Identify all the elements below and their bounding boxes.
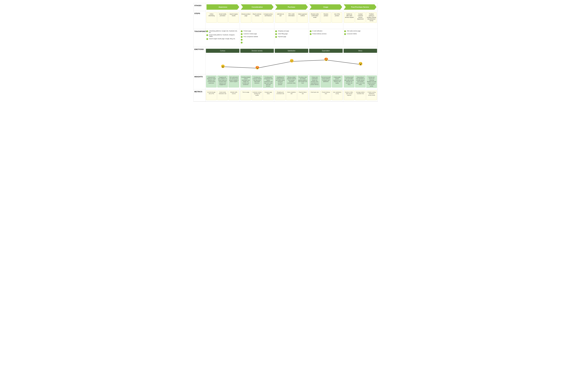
metric-card: Customer reviews quantity and quality bbox=[252, 90, 262, 100]
stages-content: Awareness Consideration Purchase Usage P… bbox=[205, 3, 378, 11]
touchpoint-text: Product page bbox=[243, 30, 251, 32]
stage-awareness: Awareness bbox=[206, 4, 239, 10]
touchpoint-text: Customer reviews page bbox=[243, 33, 257, 35]
stage-purchase: Purchase bbox=[275, 4, 308, 10]
touchpoint-dot bbox=[241, 30, 243, 32]
insight-card: Timely order confirmation emails can inc… bbox=[309, 75, 320, 87]
emoji-usage: 😍 bbox=[324, 57, 328, 61]
touchpoint-dot bbox=[206, 34, 208, 36]
insights-row: INSIGHTS Using ads that target your targ… bbox=[193, 74, 378, 89]
step-card: Submit an after-sales service request bbox=[344, 12, 354, 23]
insight-card: Solving user issues and collecting feedb… bbox=[366, 75, 377, 88]
insight-card: Responding to user questions in a timely… bbox=[355, 75, 366, 87]
step-card: Compare prices and features bbox=[263, 12, 273, 23]
touchpoint-text: Social media platforms: Facebook, Instag… bbox=[209, 34, 239, 37]
touchpoint-item: Social media platforms: Facebook, Instag… bbox=[206, 34, 239, 37]
emotions-chart: 😮 😍 😊 😍 😵 bbox=[205, 55, 378, 74]
metric-card: Shopping cart conversion rate bbox=[275, 90, 286, 100]
step-card: Social media promotion bbox=[218, 12, 228, 23]
metric-card: Ad click-through rate (CTR) bbox=[206, 90, 217, 100]
emoji-consideration: 😍 bbox=[255, 66, 259, 70]
touchpoint-text: Shopping cart page bbox=[278, 30, 289, 32]
emotions-right: Curious Decision anxiety Satisfaction Ex… bbox=[205, 47, 378, 74]
touchpoints-label: TOUCHPOINTS bbox=[193, 29, 205, 34]
insight-card: Providing detailed product information a… bbox=[240, 75, 251, 87]
step-card: Search engine results bbox=[229, 12, 239, 23]
stages-label: STAGES bbox=[193, 3, 205, 11]
touchpoint-item: Product delivery services bbox=[310, 33, 342, 35]
insight-card: Providing simple and accessible after-sa… bbox=[344, 75, 354, 87]
touchpoints-purchase: Shopping cart page Order filling page Pa… bbox=[274, 29, 309, 45]
emotions-section: EMOTIONS Curious Decision anxiety Satisf… bbox=[193, 47, 378, 74]
touchpoints-content: Advertising platforms: Google Ads, Faceb… bbox=[205, 29, 378, 45]
stage-usage-arrow: Usage bbox=[309, 4, 342, 10]
metrics-row: METRICS Ad click-through rate (CTR) Soci… bbox=[193, 89, 378, 101]
metric-card: Product delivery time bbox=[321, 90, 331, 100]
metric-card: Payment failure rate bbox=[297, 90, 308, 100]
emoji-postpurchase: 😵 bbox=[359, 62, 363, 66]
stage-consideration-arrow: Consideration bbox=[241, 4, 274, 10]
emoji-awareness: 😮 bbox=[221, 64, 225, 68]
step-card: Select payment method bbox=[297, 12, 308, 23]
metric-card: Number of after-sales service requests bbox=[344, 90, 354, 100]
metrics-content: Ad click-through rate (CTR) Social media… bbox=[205, 89, 378, 101]
step-card: Online advertising bbox=[206, 12, 217, 23]
steps-usage: Receive order confirmation email Receive… bbox=[309, 11, 343, 29]
touchpoint-item: E-mail notification bbox=[310, 30, 342, 32]
touchpoint-dot bbox=[241, 42, 243, 43]
stages-row: STAGES Awareness Consideration Purchase … bbox=[193, 3, 378, 11]
insight-card: A high-quality product experience can en… bbox=[332, 75, 342, 87]
insight-card: Fast and accurate product delivery incre… bbox=[321, 75, 331, 87]
emotions-banners: Curious Decision anxiety Satisfaction Ex… bbox=[205, 47, 378, 55]
insight-card: Offering multiple payment methods can in… bbox=[286, 75, 297, 87]
touchpoint-dot bbox=[241, 39, 243, 41]
insight-card: Using ads that target your target audien… bbox=[206, 75, 217, 87]
metrics-label: METRICS bbox=[193, 89, 205, 101]
touchpoint-item: Search engine results page: Google, Bing… bbox=[206, 38, 239, 40]
step-card: Receive order confirmation email bbox=[310, 12, 320, 23]
metrics-postpurchase: Number of after-sales service requests A… bbox=[343, 89, 378, 101]
stage-awareness-arrow: Awareness bbox=[206, 4, 239, 10]
touchpoint-text: After-sales service page bbox=[347, 30, 360, 32]
touchpoint-dot bbox=[310, 33, 311, 35]
touchpoint-item: Advertising platforms: Google Ads, Faceb… bbox=[206, 30, 239, 33]
step-card: Fill in order information bbox=[286, 12, 297, 23]
touchpoint-text: Order filling page bbox=[278, 33, 288, 35]
touchpoints-usage: E-mail notification Product delivery ser… bbox=[309, 29, 343, 45]
touchpoint-item: Consumer hotline bbox=[344, 33, 377, 35]
touchpoint-item: Payment page bbox=[275, 36, 308, 38]
insights-awareness: Using ads that target your target audien… bbox=[205, 74, 240, 89]
steps-content: Online advertising Social media promotio… bbox=[205, 11, 378, 29]
touchpoints-row: TOUCHPOINTS Advertising platforms: Googl… bbox=[193, 29, 378, 47]
metrics-usage: Email open rate Product delivery time Us… bbox=[309, 89, 343, 101]
touchpoint-item: Shopping cart page bbox=[275, 30, 308, 32]
touchpoint-item bbox=[241, 39, 273, 41]
metric-card: Compare page views bbox=[263, 90, 274, 100]
insights-consideration: Providing detailed product information a… bbox=[240, 74, 274, 89]
touchpoint-dot bbox=[275, 30, 277, 32]
touchpoints-consideration: Product page Customer reviews page Price… bbox=[240, 29, 274, 45]
metric-card: Email open rate bbox=[309, 90, 320, 100]
touchpoint-text: Payment page bbox=[278, 36, 286, 37]
step-card: Problem solving or problem solving dissa… bbox=[366, 12, 377, 23]
metric-card: Problem solving satisfaction survey resu… bbox=[366, 90, 377, 100]
insight-card: Simplifying the buying process can reduc… bbox=[275, 75, 286, 87]
metric-card: Order completion rate bbox=[286, 90, 297, 100]
metric-card: Website traffic sources bbox=[229, 90, 239, 100]
touchpoint-item: Customer reviews page bbox=[241, 33, 273, 35]
metric-card: Time on page bbox=[240, 90, 251, 100]
insight-card: Providing price comparisons and feature … bbox=[263, 75, 274, 88]
touchpoint-text: Consumer hotline bbox=[347, 33, 357, 35]
touchpoint-item: After-sales service page bbox=[344, 30, 377, 32]
emotion-decision-anxiety: Decision anxiety bbox=[240, 49, 274, 53]
emotions-label: EMOTIONS bbox=[193, 47, 205, 74]
touchpoint-item: Order filling page bbox=[275, 33, 308, 35]
insight-card: Providing a safe and reliable payment pl… bbox=[297, 75, 308, 87]
metrics-purchase: Shopping cart conversion rate Order comp… bbox=[274, 89, 309, 101]
touchpoint-dot bbox=[241, 33, 243, 35]
touchpoint-dot bbox=[310, 30, 311, 32]
stage-usage: Usage bbox=[309, 4, 342, 10]
touchpoint-text: Advertising platforms: Google Ads, Faceb… bbox=[209, 30, 239, 33]
step-card: Browse product page bbox=[241, 12, 251, 23]
touchpoint-text: E-mail notification bbox=[312, 30, 322, 32]
